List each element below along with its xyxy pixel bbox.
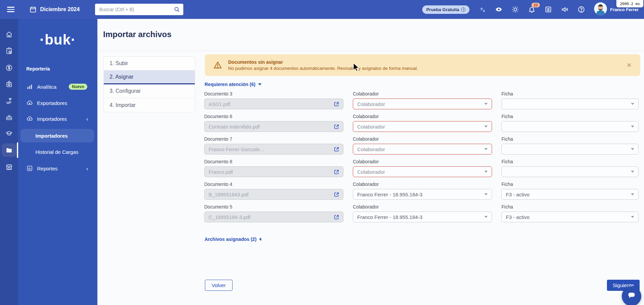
ficha-select[interactable]: F3 - activo <box>501 189 639 200</box>
collaborator-cell: Colaborador Franco Ferrer - 18.955.184-3 <box>353 182 492 200</box>
document-row: Documento 5 C_18955184-3.pdf <box>204 204 343 222</box>
avatar <box>594 2 607 17</box>
eye-icon[interactable] <box>495 6 502 13</box>
ficha-label: Ficha <box>501 159 639 164</box>
education-icon[interactable] <box>5 130 13 137</box>
ficha-cell: Ficha <box>501 136 639 155</box>
ficha-label: Ficha <box>501 182 639 187</box>
clipboard-clock-icon[interactable] <box>5 47 13 55</box>
info-icon: i <box>461 7 465 12</box>
ficha-cell: Ficha F3 - activo <box>501 182 639 200</box>
period-selector[interactable]: Diciembre 2024 <box>29 6 80 13</box>
sidebar-item-exportadores[interactable]: Exportadores <box>18 97 97 109</box>
collaborator-select[interactable]: Colaborador <box>353 99 492 109</box>
chevron-down-icon <box>631 171 634 173</box>
collaborator-select[interactable]: Colaborador <box>353 166 492 177</box>
warning-message: No pudimos asignar 4 documentos automáti… <box>228 66 418 71</box>
warning-texts: Documentos sin asignar No pudimos asigna… <box>228 59 418 71</box>
bar-chart-icon <box>26 83 33 90</box>
document-file-name: ASD1.pdf <box>209 101 333 107</box>
collaborator-cell: Colaborador Franco Ferrer - 18.955.184-3 <box>353 204 492 222</box>
open-in-new-icon[interactable] <box>333 101 340 107</box>
attention-group-label: Requieren atención (6) <box>205 82 255 87</box>
help-icon[interactable] <box>578 6 585 13</box>
chevron-left-icon <box>85 117 89 121</box>
gear-icon[interactable] <box>512 6 519 13</box>
sparkles-icon[interactable] <box>479 6 486 13</box>
document-label: Documento 6 <box>204 114 343 119</box>
benefits-icon[interactable] <box>5 113 13 121</box>
bell-icon[interactable]: 23 <box>528 6 535 13</box>
open-in-new-icon[interactable] <box>333 123 340 130</box>
wizard-stepper: 1. Subir 2. Asignar 3. Configurar 4. Imp… <box>103 56 195 112</box>
chat-bubble-icon <box>626 290 637 302</box>
list-icon[interactable] <box>545 6 552 13</box>
document-label: Documento 8 <box>204 159 343 164</box>
collaborator-select[interactable]: Franco Ferrer - 18.955.184-3 <box>353 189 492 200</box>
calendar-icon <box>29 6 37 13</box>
new-badge: Nuevo <box>69 84 87 90</box>
attention-group-toggle[interactable]: Requieren atención (6) <box>205 82 262 87</box>
collaborator-label: Colaborador <box>353 136 492 142</box>
document-row: Documento 4 B_189551843.pdf <box>204 182 343 200</box>
open-in-new-icon[interactable] <box>333 214 340 220</box>
trial-pill[interactable]: Prueba Gratuita i <box>422 5 470 14</box>
close-icon[interactable]: ✕ <box>625 60 633 70</box>
step-subir[interactable]: 1. Subir <box>104 57 195 71</box>
document-file-field: B_189551843.pdf <box>204 189 343 200</box>
document-label: Documento 5 <box>204 204 343 210</box>
home-icon[interactable] <box>5 31 13 38</box>
ficha-select[interactable] <box>501 144 639 155</box>
back-button[interactable]: Volver <box>205 280 233 291</box>
assigned-group-toggle[interactable]: Archivos asignados (2) <box>205 237 261 242</box>
warning-icon <box>213 61 222 70</box>
hand-heart-icon[interactable] <box>5 97 13 105</box>
search-input[interactable] <box>95 4 183 15</box>
chat-launcher[interactable] <box>622 286 641 305</box>
ficha-cell: Ficha <box>501 114 639 132</box>
ficha-select[interactable] <box>501 166 639 177</box>
selected-period: Diciembre 2024 <box>40 6 80 12</box>
document-file-field: Contrato Indenifido.pdf <box>204 121 343 132</box>
step-asignar[interactable]: 2. Asignar <box>104 71 195 84</box>
ficha-select[interactable] <box>501 121 639 132</box>
sidebar-subitem-importadores[interactable]: Importadores <box>21 129 94 142</box>
ficha-select[interactable] <box>501 99 639 109</box>
marketplace-icon[interactable] <box>5 163 13 171</box>
open-in-new-icon[interactable] <box>333 169 340 175</box>
collaborator-select[interactable]: Colaborador <box>353 144 492 155</box>
step-importar[interactable]: 4. Importar <box>104 98 195 112</box>
hamburger-icon[interactable] <box>7 5 14 13</box>
sidebar-item-reportes[interactable]: Reportes <box>18 163 97 174</box>
chevron-left-icon <box>85 166 89 170</box>
ficha-select[interactable]: F3 - activo <box>501 212 639 222</box>
document-row: Documento 6 Contrato Indenifido.pdf <box>204 114 343 132</box>
folder-icon[interactable] <box>5 146 13 154</box>
main-content: Importar archivos 1. Subir 2. Asignar 3.… <box>97 19 644 305</box>
open-in-new-icon[interactable] <box>333 146 340 152</box>
bag-clock-icon[interactable] <box>5 80 13 88</box>
collaborator-select[interactable]: Colaborador <box>353 121 492 132</box>
notification-badge: 23 <box>531 3 540 7</box>
step-configurar[interactable]: 3. Configurar <box>104 84 195 98</box>
document-file-field: Franco Ferrer Gonzale... <box>204 144 343 155</box>
collaborator-value: Franco Ferrer - 18.955.184-3 <box>357 192 484 197</box>
open-in-new-icon[interactable] <box>333 191 340 198</box>
ficha-cell: Ficha <box>501 91 639 109</box>
buk-logo[interactable]: ·buk· <box>18 32 97 48</box>
document-file-name: C_18955184-3.pdf <box>209 214 333 220</box>
sidebar-item-importadores[interactable]: Importadores <box>18 113 97 124</box>
megaphone-icon[interactable] <box>561 6 569 13</box>
collaborator-select[interactable]: Franco Ferrer - 18.955.184-3 <box>353 212 492 222</box>
search-icon[interactable] <box>174 6 180 14</box>
dollar-icon[interactable] <box>5 64 13 72</box>
page-header: Importar archivos <box>97 19 644 51</box>
sidebar-item-label: Exportadores <box>37 100 67 106</box>
sidebar-item-analitica[interactable]: Analítica Nuevo <box>18 81 97 92</box>
chevron-down-icon <box>484 193 488 195</box>
sidebar-subitem-historial-de-cargas[interactable]: Historial de Cargas <box>21 145 94 159</box>
ficha-label: Ficha <box>501 136 639 142</box>
sidebar: ·buk· Reportería Analítica Nuevo Exporta… <box>18 19 97 305</box>
document-file-field: Franco.pdf <box>204 166 343 177</box>
collaborator-value: Colaborador <box>357 101 484 107</box>
